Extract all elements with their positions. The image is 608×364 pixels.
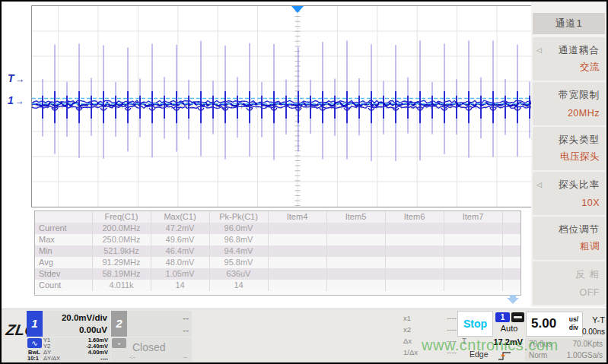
table-cell [385,234,444,245]
run-state-indicator[interactable]: Stop [457,311,493,337]
channel-menu-sidebar: 通道1 ◁通道耦合交流带宽限制20MHz探头类型电压探头◁探头比率10X档位调节… [531,0,606,307]
table-cell [502,223,521,234]
x-cursor-row-label: x2 [403,324,411,335]
menu-item-label: 探头比率 [559,179,600,191]
ac-coupling-icon: ∿ [27,338,42,348]
x-cursor-row-value: ---- [447,324,457,335]
x-cursor-row-label: 1/Δx [403,347,418,358]
channel2-offset: -- [129,324,189,336]
row-label: Current [35,223,92,234]
sample-rate: 1.00GSa/s [567,350,603,361]
math-status-box: - Closed -:- -- [111,337,192,362]
table-cell [444,245,502,257]
table-cell [385,245,444,257]
y-cursor-row-label: ΔY/ΔX [43,356,60,362]
table-cell [444,268,502,280]
channel1-arrow-icon: → [15,96,24,106]
table-cell [444,280,502,291]
table-row: Avg91.29MHz48.0mV95.8mV [35,257,521,268]
y-cursor-row-value: ---- [100,356,108,362]
menu-item-3[interactable]: 探头类型电压探头 [533,127,605,170]
column-header: Item5 [326,211,385,223]
table-cell: 636uV [209,268,268,280]
waveform-canvas [32,6,533,207]
usb-device-icon [511,312,524,322]
table-cell [326,223,385,234]
table-cell [502,245,521,257]
table-cell: 96.0mV [209,223,268,234]
table-cell [268,268,326,280]
table-cell [444,223,502,234]
table-cell [268,245,326,257]
horizontal-delay: 0.00ns [555,328,606,336]
trigger-arrow-icon: → [16,74,25,84]
menu-item-label: 反 相 [576,268,600,281]
table-row: Current200.0MHz47.2mV96.0mV [35,223,521,234]
trigger-level-marker[interactable]: T→ [8,73,25,84]
table-cell: 200.0MHz [92,223,151,234]
table-cell [502,280,521,291]
menu-item-value: 电压探头 [560,150,600,163]
table-cell [502,234,521,245]
x-cursor-row: x2---- [403,324,457,335]
row-label-header [35,211,92,223]
table-cell: 95.8mV [209,257,268,268]
waveform-plot[interactable] [31,5,533,207]
table-cell [502,257,521,268]
table-cell [268,234,326,245]
table-cell: 96.8mV [209,234,268,245]
menu-item-label: 带宽限制 [559,89,600,102]
table-cell: 521.9kHz [92,245,151,257]
oscilloscope-screen: T→ 1→ Freq(C1)Max(C1)Pk-Pk(C1)Item4Item5… [0,0,608,364]
table-cell: 91.29MHz [92,257,151,268]
menu-item-1[interactable]: ◁通道耦合交流 [533,37,605,81]
trigger-source-badge: 1 [495,312,510,322]
channel1-position-marker[interactable]: 1→ [8,95,24,106]
x-cursor-row-label: x1 [403,312,411,324]
table-cell [326,245,385,257]
table-cell [268,280,326,291]
menu-item-5[interactable]: 档位调节粗调 [533,217,605,260]
menu-item-2[interactable]: 带宽限制20MHz [533,82,605,125]
table-cell [268,223,326,234]
table-cell [326,280,385,291]
display-mode: Y-T [581,315,606,324]
channel1-cursor-box: ∿ BwL 10:1 Y11.60mVY2-2.40mVΔY4.00mVΔY/Δ… [27,337,110,362]
table-header-row: Freq(C1)Max(C1)Pk-Pk(C1)Item4Item5Item6I… [35,211,521,223]
row-label: Count [35,280,92,291]
channel1-badge: 1 [27,311,43,337]
column-header: Max(C1) [151,211,209,223]
math-channel-icon: - [112,338,126,348]
x-cursor-row-label: Δx [403,335,412,347]
table-cell [444,257,502,268]
channel1-marker-label: 1 [8,94,14,106]
row-label: Avg [35,257,92,268]
channel2-status-box[interactable]: 2 -- -- [111,311,192,337]
y-cursor-row: ΔY/ΔX---- [43,356,108,362]
menu-item-value: OFF [580,287,600,298]
menu-item-label: 通道耦合 [559,44,600,57]
scroll-down-icon[interactable] [505,295,520,304]
menu-item-value: 20MHz [568,108,600,119]
row-label: Stdev [35,268,92,280]
channel1-status-box[interactable]: 1 20.0mV/div 0.00uV [27,311,110,337]
table-cell: 1.05mV [151,268,209,280]
table-cell: 4.011k [92,280,151,291]
table-row: Stdev58.19MHz1.05mV636uV [35,268,521,280]
menu-item-4[interactable]: ◁探头比率10X [533,172,605,215]
column-header: Pk-Pk(C1) [209,211,268,223]
x-cursor-row: x1---- [403,312,457,324]
row-label: Min [35,245,92,257]
table-row: Count4.011k1414 [35,280,521,291]
column-header: Freq(C1) [92,211,151,223]
trigger-position-marker-icon[interactable] [291,6,304,13]
menu-item-6[interactable]: 反 相OFF [533,261,605,305]
column-header: Item4 [268,211,326,223]
probe-ratio-flag: 10:1 [27,355,39,362]
trigger-level-label: T [8,72,14,84]
column-header: Item6 [385,211,444,223]
column-header: Item7 [444,211,502,223]
trigger-sweep-mode: Auto [493,324,525,333]
channel2-scale: -- [129,312,189,324]
table-cell: 250.0MHz [92,234,151,245]
